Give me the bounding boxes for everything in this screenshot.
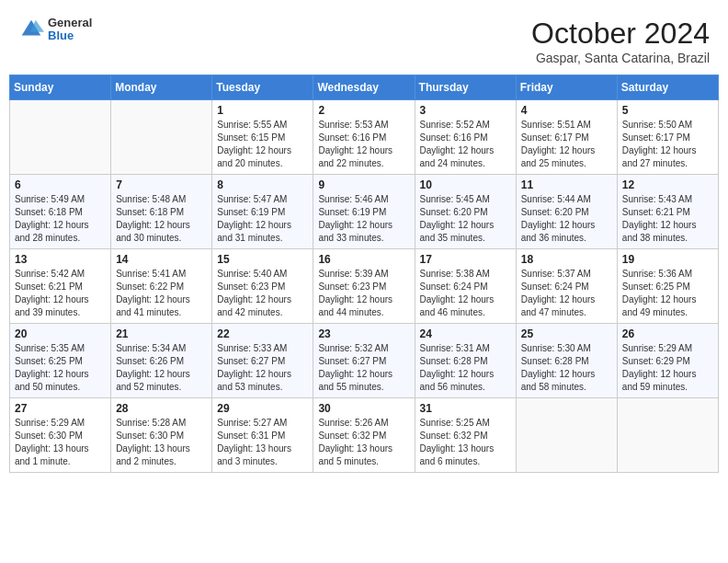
day-number: 12 [622, 178, 713, 191]
day-info: Sunrise: 5:34 AMSunset: 6:26 PMDaylight:… [116, 342, 207, 394]
calendar-day-cell: 20Sunrise: 5:35 AMSunset: 6:25 PMDayligh… [10, 324, 111, 398]
day-info: Sunrise: 5:32 AMSunset: 6:27 PMDaylight:… [318, 342, 409, 394]
day-info: Sunrise: 5:40 AMSunset: 6:23 PMDaylight:… [217, 268, 308, 319]
day-info: Sunrise: 5:26 AMSunset: 6:32 PMDaylight:… [318, 417, 409, 468]
day-info: Sunrise: 5:25 AMSunset: 6:32 PMDaylight:… [420, 417, 511, 468]
calendar-day-cell: 14Sunrise: 5:41 AMSunset: 6:22 PMDayligh… [111, 249, 212, 324]
day-of-week-header: Tuesday [212, 75, 313, 100]
day-info: Sunrise: 5:36 AMSunset: 6:25 PMDaylight:… [622, 268, 713, 319]
calendar-week-row: 6Sunrise: 5:49 AMSunset: 6:18 PMDaylight… [10, 175, 719, 249]
day-number: 20 [15, 327, 106, 340]
calendar-week-row: 1Sunrise: 5:55 AMSunset: 6:15 PMDaylight… [10, 100, 719, 175]
day-number: 23 [318, 327, 409, 340]
calendar-day-cell [516, 398, 617, 473]
day-number: 6 [15, 178, 106, 191]
calendar-week-row: 13Sunrise: 5:42 AMSunset: 6:21 PMDayligh… [10, 249, 719, 324]
logo-general: General [48, 17, 92, 29]
day-info: Sunrise: 5:46 AMSunset: 6:19 PMDaylight:… [318, 193, 409, 245]
calendar-day-cell: 8Sunrise: 5:47 AMSunset: 6:19 PMDaylight… [212, 175, 313, 249]
calendar-day-cell: 27Sunrise: 5:29 AMSunset: 6:30 PMDayligh… [10, 398, 111, 473]
day-number: 25 [521, 327, 612, 340]
day-number: 21 [116, 327, 207, 340]
day-info: Sunrise: 5:42 AMSunset: 6:21 PMDaylight:… [15, 268, 106, 319]
day-info: Sunrise: 5:30 AMSunset: 6:28 PMDaylight:… [521, 342, 612, 394]
calendar-day-cell: 7Sunrise: 5:48 AMSunset: 6:18 PMDaylight… [111, 175, 212, 249]
calendar-day-cell: 3Sunrise: 5:52 AMSunset: 6:16 PMDaylight… [415, 100, 516, 175]
day-info: Sunrise: 5:48 AMSunset: 6:18 PMDaylight:… [116, 193, 207, 245]
day-number: 2 [318, 104, 409, 117]
day-info: Sunrise: 5:27 AMSunset: 6:31 PMDaylight:… [217, 417, 308, 468]
day-number: 3 [420, 104, 511, 117]
day-info: Sunrise: 5:35 AMSunset: 6:25 PMDaylight:… [15, 342, 106, 394]
day-info: Sunrise: 5:51 AMSunset: 6:17 PMDaylight:… [521, 119, 612, 170]
day-info: Sunrise: 5:29 AMSunset: 6:30 PMDaylight:… [15, 417, 106, 468]
calendar-day-cell: 11Sunrise: 5:44 AMSunset: 6:20 PMDayligh… [516, 175, 617, 249]
day-number: 1 [217, 104, 308, 117]
day-info: Sunrise: 5:37 AMSunset: 6:24 PMDaylight:… [521, 268, 612, 319]
calendar-day-cell: 10Sunrise: 5:45 AMSunset: 6:20 PMDayligh… [415, 175, 516, 249]
day-info: Sunrise: 5:31 AMSunset: 6:28 PMDaylight:… [420, 342, 511, 394]
logo-icon [18, 17, 44, 42]
day-info: Sunrise: 5:38 AMSunset: 6:24 PMDaylight:… [420, 268, 511, 319]
calendar-week-row: 20Sunrise: 5:35 AMSunset: 6:25 PMDayligh… [10, 324, 719, 398]
day-info: Sunrise: 5:39 AMSunset: 6:23 PMDaylight:… [318, 268, 409, 319]
calendar-day-cell: 21Sunrise: 5:34 AMSunset: 6:26 PMDayligh… [111, 324, 212, 398]
calendar-day-cell: 18Sunrise: 5:37 AMSunset: 6:24 PMDayligh… [516, 249, 617, 324]
calendar-day-cell: 1Sunrise: 5:55 AMSunset: 6:15 PMDaylight… [212, 100, 313, 175]
logo: General Blue [18, 17, 92, 43]
calendar-table: SundayMondayTuesdayWednesdayThursdayFrid… [9, 75, 719, 473]
day-info: Sunrise: 5:49 AMSunset: 6:18 PMDaylight:… [15, 193, 106, 245]
day-info: Sunrise: 5:29 AMSunset: 6:29 PMDaylight:… [622, 342, 713, 394]
calendar-day-cell: 17Sunrise: 5:38 AMSunset: 6:24 PMDayligh… [415, 249, 516, 324]
calendar-week-row: 27Sunrise: 5:29 AMSunset: 6:30 PMDayligh… [10, 398, 719, 473]
calendar-day-cell: 4Sunrise: 5:51 AMSunset: 6:17 PMDaylight… [516, 100, 617, 175]
day-number: 17 [420, 253, 511, 266]
calendar-day-cell: 31Sunrise: 5:25 AMSunset: 6:32 PMDayligh… [415, 398, 516, 473]
calendar-day-cell: 29Sunrise: 5:27 AMSunset: 6:31 PMDayligh… [212, 398, 313, 473]
calendar-day-cell: 19Sunrise: 5:36 AMSunset: 6:25 PMDayligh… [617, 249, 718, 324]
day-info: Sunrise: 5:41 AMSunset: 6:22 PMDaylight:… [116, 268, 207, 319]
day-number: 16 [318, 253, 409, 266]
day-number: 8 [217, 178, 308, 191]
day-number: 19 [622, 253, 713, 266]
calendar-day-cell: 28Sunrise: 5:28 AMSunset: 6:30 PMDayligh… [111, 398, 212, 473]
day-number: 10 [420, 178, 511, 191]
day-number: 4 [521, 104, 612, 117]
calendar-day-cell: 5Sunrise: 5:50 AMSunset: 6:17 PMDaylight… [617, 100, 718, 175]
calendar-day-cell [617, 398, 718, 473]
calendar-day-cell: 16Sunrise: 5:39 AMSunset: 6:23 PMDayligh… [313, 249, 415, 324]
day-number: 29 [217, 402, 308, 415]
day-number: 31 [420, 402, 511, 415]
day-number: 7 [116, 178, 207, 191]
calendar-day-cell: 25Sunrise: 5:30 AMSunset: 6:28 PMDayligh… [516, 324, 617, 398]
day-number: 27 [15, 402, 106, 415]
day-info: Sunrise: 5:47 AMSunset: 6:19 PMDaylight:… [217, 193, 308, 245]
day-of-week-header: Monday [111, 75, 212, 100]
day-number: 28 [116, 402, 207, 415]
calendar-day-cell: 13Sunrise: 5:42 AMSunset: 6:21 PMDayligh… [10, 249, 111, 324]
day-number: 13 [15, 253, 106, 266]
day-number: 15 [217, 253, 308, 266]
day-number: 14 [116, 253, 207, 266]
calendar-header-row: SundayMondayTuesdayWednesdayThursdayFrid… [10, 75, 719, 100]
day-of-week-header: Wednesday [313, 75, 415, 100]
day-of-week-header: Thursday [415, 75, 516, 100]
day-info: Sunrise: 5:50 AMSunset: 6:17 PMDaylight:… [622, 119, 713, 170]
day-info: Sunrise: 5:33 AMSunset: 6:27 PMDaylight:… [217, 342, 308, 394]
calendar-day-cell: 15Sunrise: 5:40 AMSunset: 6:23 PMDayligh… [212, 249, 313, 324]
day-of-week-header: Saturday [617, 75, 718, 100]
day-info: Sunrise: 5:44 AMSunset: 6:20 PMDaylight:… [521, 193, 612, 245]
calendar-day-cell: 2Sunrise: 5:53 AMSunset: 6:16 PMDaylight… [313, 100, 415, 175]
day-number: 11 [521, 178, 612, 191]
logo-blue: Blue [48, 29, 92, 42]
day-number: 5 [622, 104, 713, 117]
month-title: October 2024 [531, 17, 710, 51]
day-info: Sunrise: 5:55 AMSunset: 6:15 PMDaylight:… [217, 119, 308, 170]
day-number: 24 [420, 327, 511, 340]
page-header: General Blue October 2024 Gaspar, Santa … [9, 9, 719, 71]
title-section: October 2024 Gaspar, Santa Catarina, Bra… [531, 17, 710, 65]
day-info: Sunrise: 5:28 AMSunset: 6:30 PMDaylight:… [116, 417, 207, 468]
day-number: 26 [622, 327, 713, 340]
calendar-day-cell [10, 100, 111, 175]
day-info: Sunrise: 5:43 AMSunset: 6:21 PMDaylight:… [622, 193, 713, 245]
